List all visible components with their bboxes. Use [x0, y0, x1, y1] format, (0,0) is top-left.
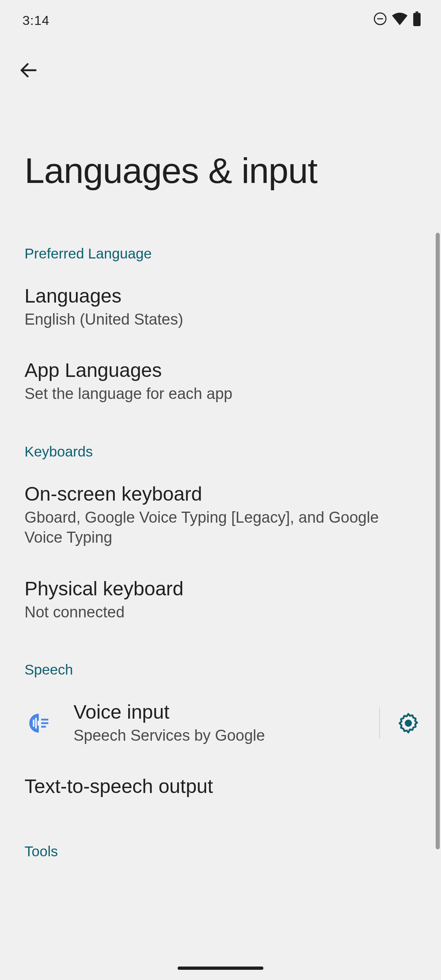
- top-bar: [0, 33, 441, 87]
- item-app-languages-title: App Languages: [24, 359, 416, 381]
- item-voice-input-subtitle: Speech Services by Google: [74, 726, 367, 746]
- status-icons: [373, 11, 421, 29]
- item-onscreen-keyboard[interactable]: On-screen keyboard Gboard, Google Voice …: [0, 468, 441, 563]
- item-physical-keyboard-title: Physical keyboard: [24, 577, 416, 600]
- svg-point-11: [406, 721, 411, 726]
- section-header-preferred-language: Preferred Language: [0, 236, 441, 270]
- svg-rect-5: [33, 719, 34, 727]
- section-header-keyboards: Keyboards: [0, 434, 441, 468]
- wifi-icon: [392, 12, 408, 29]
- item-languages[interactable]: Languages English (United States): [0, 270, 441, 344]
- item-languages-subtitle: English (United States): [24, 310, 416, 330]
- item-tts-output-title: Text-to-speech output: [24, 775, 416, 797]
- navigation-handle[interactable]: [178, 967, 263, 970]
- section-header-speech: Speech: [0, 653, 441, 686]
- item-languages-title: Languages: [24, 285, 416, 307]
- item-tts-output[interactable]: Text-to-speech output: [0, 760, 441, 815]
- item-voice-input-row: Voice input Speech Services by Google: [0, 686, 441, 760]
- svg-rect-7: [38, 721, 39, 726]
- svg-rect-6: [35, 718, 37, 728]
- item-app-languages-subtitle: Set the language for each app: [24, 384, 416, 404]
- page-title: Languages & input: [0, 87, 441, 236]
- battery-icon: [412, 11, 421, 29]
- voice-input-settings-button[interactable]: [392, 707, 425, 739]
- item-voice-input-title: Voice input: [74, 701, 367, 723]
- back-button[interactable]: [16, 58, 41, 82]
- item-voice-input[interactable]: Voice input Speech Services by Google: [74, 701, 367, 746]
- scrollbar[interactable]: [436, 233, 440, 849]
- item-onscreen-keyboard-subtitle: Gboard, Google Voice Typing [Legacy], an…: [24, 508, 416, 548]
- divider: [379, 708, 380, 739]
- arrow-left-icon: [18, 60, 39, 81]
- gear-icon: [398, 713, 419, 734]
- item-physical-keyboard-subtitle: Not connected: [24, 602, 416, 622]
- section-header-tools: Tools: [0, 834, 441, 868]
- item-physical-keyboard[interactable]: Physical keyboard Not connected: [0, 563, 441, 637]
- status-bar: 3:14: [0, 0, 441, 33]
- svg-rect-2: [415, 11, 418, 13]
- svg-rect-3: [413, 13, 421, 26]
- status-time: 3:14: [22, 13, 49, 28]
- dnd-icon: [373, 12, 387, 29]
- item-onscreen-keyboard-title: On-screen keyboard: [24, 483, 416, 505]
- item-app-languages[interactable]: App Languages Set the language for each …: [0, 344, 441, 419]
- voice-input-icon: [24, 709, 53, 737]
